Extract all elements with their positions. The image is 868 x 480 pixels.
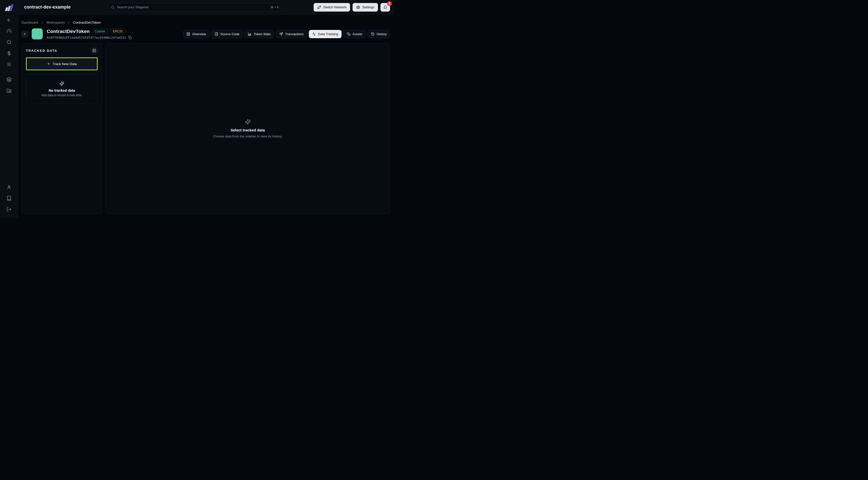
tab-label: Source Code bbox=[220, 32, 240, 36]
sidebar-nav-middle bbox=[0, 74, 18, 96]
contract-badges: CustomERC20 bbox=[92, 29, 125, 34]
tab-assets[interactable]: Assets bbox=[344, 30, 366, 38]
plus-icon bbox=[47, 62, 50, 66]
tab-overview[interactable]: Overview bbox=[183, 30, 209, 38]
chevron-right-icon bbox=[67, 21, 71, 24]
tracked-data-title: TRACKED DATA bbox=[26, 49, 57, 53]
sidebar-nav-bottom bbox=[0, 182, 18, 215]
chevron-left-icon bbox=[23, 32, 27, 36]
chevron-right-icon bbox=[40, 21, 44, 24]
app-root: contract-dev-example ⌘ + K Switch Networ… bbox=[0, 0, 394, 218]
tab-data-tracking[interactable]: Data Tracking bbox=[309, 30, 341, 38]
sidebar-nav-top bbox=[0, 14, 18, 70]
tab-history[interactable]: History bbox=[368, 30, 390, 38]
topbar-actions: Switch Network Settings 7 bbox=[314, 3, 394, 11]
source-code-icon bbox=[215, 32, 218, 36]
track-new-data-label: Track New Data bbox=[53, 62, 76, 66]
search-shortcut: ⌘ + K bbox=[270, 5, 279, 9]
select-data-subtitle: Choose data from the sidebar to view its… bbox=[213, 134, 282, 138]
contract-name: ContractDevToken bbox=[47, 29, 90, 34]
tab-label: Transactions bbox=[285, 32, 304, 36]
action-highlight-box: Track New Data bbox=[26, 57, 98, 70]
tab-label: Assets bbox=[352, 32, 362, 36]
track-new-data-button[interactable]: Track New Data bbox=[28, 60, 95, 68]
logout-icon bbox=[6, 207, 11, 212]
book-icon bbox=[6, 196, 11, 201]
tab-transactions[interactable]: Transactions bbox=[276, 30, 307, 38]
transactions-icon bbox=[279, 32, 283, 36]
search-input[interactable] bbox=[117, 5, 268, 9]
arrow-left-icon bbox=[6, 18, 11, 23]
bell-icon bbox=[383, 5, 387, 9]
global-search[interactable]: ⌘ + K bbox=[107, 3, 282, 11]
copy-icon bbox=[128, 36, 132, 39]
tab-label: Token Stats bbox=[254, 32, 271, 36]
sidebar-item-layers[interactable] bbox=[0, 74, 18, 85]
user-icon bbox=[6, 185, 11, 190]
empty-state-subtitle: Add data to record it over time. bbox=[41, 93, 83, 97]
layers-icon bbox=[6, 77, 11, 82]
tracked-data-detail-panel: Select tracked data Choose data from the… bbox=[105, 43, 390, 214]
overview-icon bbox=[186, 32, 190, 36]
sparkles-icon bbox=[245, 119, 251, 125]
sidebar-item-search[interactable] bbox=[0, 37, 18, 48]
contract-badge-erc20: ERC20 bbox=[110, 29, 125, 34]
tracked-data-panel: TRACKED DATA Track New Data No trac bbox=[22, 43, 102, 214]
search-icon bbox=[6, 40, 11, 45]
contract-badge-custom: Custom bbox=[92, 29, 108, 34]
content-area: DashboardWorkspacesContractDevToken Cont… bbox=[18, 14, 394, 218]
panel-collapse-icon bbox=[92, 49, 96, 53]
copy-address-button[interactable] bbox=[128, 36, 132, 39]
select-data-title: Select tracked data bbox=[230, 128, 265, 132]
contract-title-block: ContractDevToken CustomERC20 0x9ff646dc6… bbox=[47, 29, 132, 39]
empty-state-title: No tracked data bbox=[49, 88, 75, 92]
sidebar-item-gauge[interactable] bbox=[0, 26, 18, 37]
tab-source-code[interactable]: Source Code bbox=[211, 30, 243, 38]
folder-key-icon bbox=[6, 88, 11, 93]
gauge-icon bbox=[6, 29, 11, 34]
sparkles-icon bbox=[59, 81, 64, 86]
contract-avatar bbox=[32, 28, 43, 39]
sidebar-item-folder-key[interactable] bbox=[0, 85, 18, 96]
sidebar-item-arrow-left[interactable] bbox=[0, 14, 18, 26]
app-logo[interactable] bbox=[0, 0, 18, 14]
assets-icon bbox=[347, 32, 350, 36]
collapse-panel-button[interactable] bbox=[91, 47, 98, 54]
notification-badge: 7 bbox=[387, 1, 392, 6]
switch-network-button[interactable]: Switch Network bbox=[314, 3, 350, 11]
sidebar-item-book[interactable] bbox=[0, 193, 18, 204]
topbar: contract-dev-example ⌘ + K Switch Networ… bbox=[18, 0, 394, 14]
gear-icon bbox=[356, 5, 360, 9]
token-stats-icon bbox=[248, 32, 252, 36]
sidebar-item-user[interactable] bbox=[0, 182, 18, 193]
menu-icon bbox=[6, 62, 11, 67]
workspace-title: contract-dev-example bbox=[24, 4, 71, 10]
sidebar-item-menu[interactable] bbox=[0, 59, 18, 70]
breadcrumb: DashboardWorkspacesContractDevToken bbox=[22, 21, 390, 24]
dollar-icon bbox=[6, 51, 11, 56]
settings-label: Settings bbox=[362, 5, 374, 9]
contract-tabs: OverviewSource CodeToken StatsTransactio… bbox=[183, 30, 390, 38]
git-branch-icon bbox=[317, 5, 321, 9]
notifications-button[interactable]: 7 bbox=[380, 3, 390, 11]
sidebar-item-dollar[interactable] bbox=[0, 48, 18, 59]
back-button[interactable] bbox=[22, 31, 28, 37]
logo-blades-icon bbox=[5, 4, 12, 11]
contract-address: 0x9ff646dc6f1aa4d57dfdfd77ac91088c247ad2… bbox=[47, 36, 126, 39]
tab-label: Overview bbox=[192, 32, 206, 36]
tab-label: Data Tracking bbox=[318, 32, 338, 36]
tab-label: History bbox=[377, 32, 387, 36]
sidebar bbox=[0, 0, 18, 218]
data-tracking-icon bbox=[312, 32, 316, 36]
history-icon bbox=[371, 32, 375, 36]
breadcrumb-item-dashboard[interactable]: Dashboard bbox=[22, 21, 38, 24]
search-icon bbox=[111, 5, 115, 9]
switch-network-label: Switch Network bbox=[323, 5, 346, 9]
sidebar-divider bbox=[3, 72, 14, 72]
tab-token-stats[interactable]: Token Stats bbox=[245, 30, 274, 38]
settings-button[interactable]: Settings bbox=[352, 3, 378, 11]
breadcrumb-item-workspaces[interactable]: Workspaces bbox=[46, 21, 65, 24]
tracked-data-empty-state: No tracked data Add data to record it ov… bbox=[26, 74, 98, 104]
page-header: ContractDevToken CustomERC20 0x9ff646dc6… bbox=[22, 28, 390, 39]
sidebar-item-logout[interactable] bbox=[0, 204, 18, 215]
